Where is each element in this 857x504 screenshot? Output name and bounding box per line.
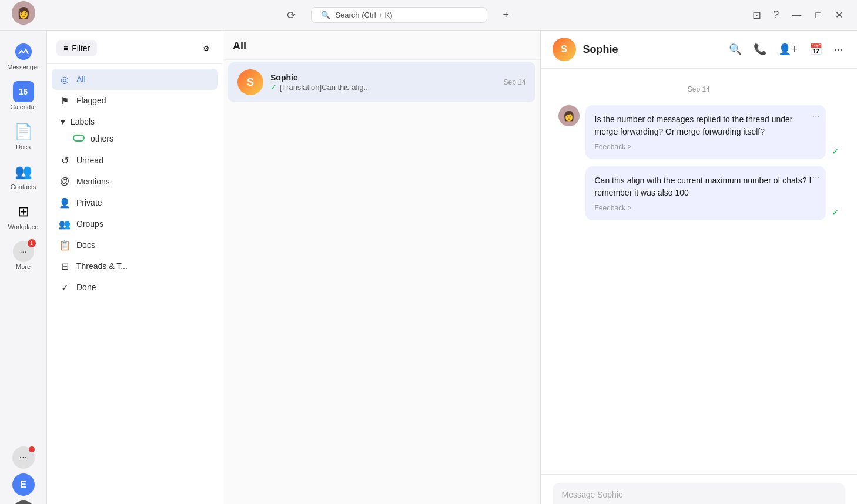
message-placeholder: Message Sophie — [562, 490, 836, 499]
groups-icon: 👥 — [59, 218, 71, 230]
chat-main: S Sophie 🔍 📞 👤+ 📅 ··· Sep 14 👩 Is the nu… — [541, 31, 858, 504]
filter-item-unread[interactable]: ↺ Unread — [52, 150, 218, 171]
filter-item-all[interactable]: ◎ All — [52, 69, 218, 90]
settings-button[interactable]: ⚙ — [199, 41, 213, 56]
message-feedback-1[interactable]: Feedback > — [595, 143, 817, 151]
chat-avatar-sophie: S — [237, 69, 263, 95]
add-tab-button[interactable]: + — [499, 6, 513, 23]
sidebar-item-workplace[interactable]: ⊞ Workplace — [3, 196, 44, 235]
close-button[interactable]: ✕ — [831, 7, 848, 23]
preview-text-sophie: [Translation]Can this alig... — [280, 83, 370, 92]
filter-label-threads: Threads & T... — [76, 261, 128, 271]
filter-button[interactable]: ≡ Filter — [56, 40, 97, 56]
avatar-e[interactable]: E — [12, 473, 35, 496]
chat-name-sophie: Sophie — [270, 73, 496, 82]
more-icon: ··· 1 — [13, 241, 34, 262]
dot-indicator: ··· — [12, 446, 35, 469]
maximize-button[interactable]: □ — [811, 8, 826, 23]
minimize-button[interactable]: — — [787, 8, 806, 23]
filter-panel: ≡ Filter ⚙ ◎ All ⚑ Flagged ▼ Labels — [47, 31, 223, 504]
calendar-icon: 16 — [13, 81, 34, 102]
filter-item-mentions[interactable]: @ Mentions — [52, 171, 218, 192]
message-input-box[interactable]: Message Sophie Aa ☺ @ ✂ ⊕ ⤢ ➤ — [553, 483, 846, 504]
more-label: More — [16, 263, 31, 270]
sidebar-item-calendar[interactable]: 16 Calendar — [3, 76, 44, 115]
titlebar-left: 👩 — [0, 1, 47, 29]
message-bubble-1: Is the number of messages replied to the… — [585, 105, 826, 159]
more-chat-button[interactable]: ··· — [832, 41, 845, 58]
gear-icon: ⚙ — [203, 44, 210, 53]
filter-list: ◎ All ⚑ Flagged ▼ Labels others — [47, 64, 223, 303]
bottom-icons: ··· E T — [12, 446, 35, 504]
chat-items: S Sophie ✓ [Translation]Can this alig...… — [223, 60, 540, 105]
user-avatar[interactable]: 👩 — [12, 1, 35, 25]
filter-icon: ≡ — [63, 43, 68, 53]
done-icon: ✓ — [59, 281, 71, 293]
app-sidebar: Messenger 16 Calendar 📄 Docs 👥 Contacts … — [0, 31, 47, 504]
search-bar[interactable]: 🔍 Search (Ctrl + K) — [311, 7, 487, 23]
message-wrapper-1: Is the number of messages replied to the… — [585, 105, 826, 159]
search-chat-button[interactable]: 🔍 — [727, 41, 744, 58]
message-wrapper-2: Can this align with the current maximum … — [585, 166, 826, 220]
label-others-text: others — [91, 134, 113, 143]
notification-dot — [29, 446, 35, 452]
calendar-chat-button[interactable]: 📅 — [807, 41, 825, 58]
filter-item-threads[interactable]: ⊟ Threads & T... — [52, 256, 218, 277]
chat-header: S Sophie 🔍 📞 👤+ 📅 ··· — [541, 31, 858, 69]
filter-label-flagged: Flagged — [76, 96, 106, 105]
filter-label-done: Done — [76, 283, 96, 292]
help-button[interactable]: ? — [769, 6, 782, 23]
header-actions: 🔍 📞 👤+ 📅 ··· — [727, 41, 845, 58]
labels-header-text: Labels — [71, 117, 95, 126]
messages-area: Sep 14 👩 Is the number of messages repli… — [541, 69, 858, 474]
message-avatar-1: 👩 — [558, 105, 580, 126]
flagged-icon: ⚑ — [59, 95, 71, 106]
messenger-label: Messenger — [7, 63, 39, 70]
workplace-icon: ⊞ — [13, 201, 34, 222]
filter-item-flagged[interactable]: ⚑ Flagged — [52, 90, 218, 111]
add-member-button[interactable]: 👤+ — [776, 41, 800, 58]
sidebar-item-messenger[interactable]: Messenger — [3, 36, 44, 75]
docs-label: Docs — [16, 143, 31, 150]
filter-label-private: Private — [76, 198, 102, 207]
label-item-others[interactable]: others — [59, 130, 211, 147]
filter-item-groups[interactable]: 👥 Groups — [52, 213, 218, 234]
filter-item-done[interactable]: ✓ Done — [52, 277, 218, 298]
screen-button[interactable]: ⊡ — [749, 6, 765, 24]
message-more-1[interactable]: ··· — [812, 111, 820, 122]
message-feedback-2[interactable]: Feedback > — [595, 204, 817, 212]
filter-header: ≡ Filter ⚙ — [47, 31, 223, 64]
unread-icon: ↺ — [59, 154, 71, 166]
filter-label-groups: Groups — [76, 219, 103, 229]
filter-item-docs[interactable]: 📋 Docs — [52, 234, 218, 256]
message-check-1: ✓ — [832, 146, 839, 157]
chat-item-sophie[interactable]: S Sophie ✓ [Translation]Can this alig...… — [228, 62, 535, 102]
sidebar-item-more[interactable]: ··· 1 More — [3, 236, 44, 275]
message-text-1: Is the number of messages replied to the… — [595, 113, 817, 138]
history-button[interactable]: ⟳ — [283, 6, 299, 24]
chevron-down-icon: ▼ — [59, 117, 67, 126]
chat-time-sophie: Sep 14 — [503, 78, 525, 86]
sidebar-item-docs[interactable]: 📄 Docs — [3, 116, 44, 155]
date-divider: Sep 14 — [558, 85, 840, 93]
svg-point-0 — [15, 43, 32, 60]
labels-header[interactable]: ▼ Labels — [59, 113, 211, 130]
filter-item-private[interactable]: 👤 Private — [52, 192, 218, 213]
avatar-t[interactable]: T — [12, 500, 35, 504]
chat-info-sophie: Sophie ✓ [Translation]Can this alig... — [270, 73, 496, 92]
others-label-dot — [73, 134, 85, 143]
call-button[interactable]: 📞 — [751, 41, 769, 58]
private-icon: 👤 — [59, 197, 71, 209]
workplace-label: Workplace — [8, 223, 39, 230]
message-row-2: 👩 Can this align with the current maximu… — [558, 166, 840, 220]
message-bubble-2: Can this align with the current maximum … — [585, 166, 826, 220]
threads-icon: ⊟ — [59, 260, 71, 272]
more-badge: 1 — [28, 239, 36, 247]
search-icon: 🔍 — [321, 11, 330, 19]
message-more-2[interactable]: ··· — [812, 172, 820, 183]
preview-check-icon: ✓ — [270, 82, 277, 92]
sidebar-item-contacts[interactable]: 👥 Contacts — [3, 156, 44, 195]
chat-header-avatar: S — [553, 38, 576, 61]
message-text-2: Can this align with the current maximum … — [595, 174, 817, 199]
contacts-icon: 👥 — [13, 161, 34, 182]
